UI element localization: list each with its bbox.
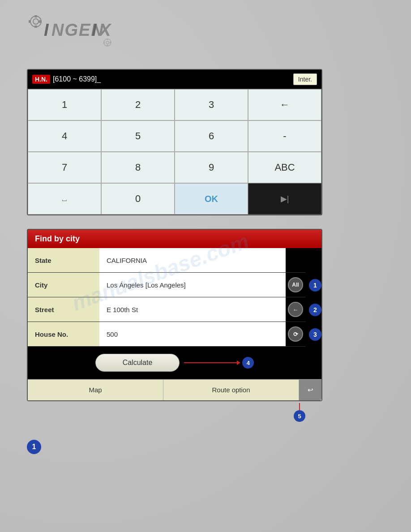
key-backspace[interactable]: ←	[248, 89, 321, 120]
street-row: Street E 100th St ←	[28, 297, 305, 322]
svg-text:I: I	[92, 21, 98, 39]
svg-rect-12	[107, 39, 108, 40]
key-7[interactable]: 7	[28, 152, 101, 183]
house-refresh-button[interactable]: ⟳	[288, 326, 303, 342]
svg-rect-4	[29, 20, 31, 23]
street-action[interactable]: ←	[286, 302, 305, 317]
numpad-panel: H.N. [6100 ~ 6399]_ Inter. 1 2 3 ← 4 5 6…	[27, 69, 322, 215]
city-label: City	[28, 273, 99, 297]
state-row: State CALIFORNIA	[28, 248, 305, 273]
callout-3: 3	[309, 328, 321, 341]
find-rows: State CALIFORNIA City Los Ángeles [Los A…	[28, 248, 321, 347]
logo-icon: I NGEN I X	[27, 13, 116, 49]
calculate-button[interactable]: Calculate	[95, 354, 180, 372]
city-row: City Los Ángeles [Los Angeles] All	[28, 273, 305, 297]
svg-rect-13	[107, 45, 108, 46]
key-play[interactable]: ▶|	[248, 183, 321, 215]
svg-rect-3	[34, 26, 37, 28]
house-row-outer: House No. 500 ⟳ 3	[28, 322, 321, 347]
state-row-outer: State CALIFORNIA	[28, 248, 321, 273]
nav-route-option[interactable]: Route option	[163, 380, 299, 400]
inter-button[interactable]: Inter.	[293, 73, 317, 85]
svg-rect-2	[34, 15, 37, 17]
svg-rect-15	[110, 42, 111, 43]
house-action[interactable]: ⟳	[286, 326, 305, 342]
svg-point-1	[33, 19, 39, 24]
callout-4: 4	[242, 357, 254, 369]
city-row-outer: City Los Ángeles [Los Angeles] All 1	[28, 273, 321, 297]
find-panel: Find by city State CALIFORNIA City Los Á…	[27, 229, 322, 401]
svg-text:I: I	[44, 21, 50, 39]
house-label: House No.	[28, 322, 99, 346]
house-value[interactable]: 500	[99, 322, 286, 346]
calculate-arrow	[184, 362, 238, 363]
key-2[interactable]: 2	[101, 89, 175, 120]
hn-value: [6100 ~ 6399]_	[53, 75, 291, 83]
key-ok[interactable]: OK	[175, 183, 248, 215]
state-label: State	[28, 248, 99, 272]
nav-map[interactable]: Map	[28, 380, 163, 400]
callout-5: 5	[294, 410, 305, 422]
key-9[interactable]: 9	[175, 152, 248, 183]
calculate-area: Calculate 4	[28, 347, 321, 379]
key-dash[interactable]: -	[248, 120, 321, 152]
key-4[interactable]: 4	[28, 120, 101, 152]
street-value[interactable]: E 100th St	[99, 297, 286, 322]
key-8[interactable]: 8	[101, 152, 175, 183]
city-all-button[interactable]: All	[288, 277, 303, 292]
svg-point-11	[106, 41, 109, 44]
key-3[interactable]: 3	[175, 89, 248, 120]
nav-back-button[interactable]: ↩	[299, 380, 321, 400]
key-space[interactable]: ⎵	[28, 183, 101, 215]
key-0[interactable]: 0	[101, 183, 175, 215]
key-5[interactable]: 5	[101, 120, 175, 152]
calc-wrapper: Calculate 4	[95, 354, 254, 372]
numpad-header: H.N. [6100 ~ 6399]_ Inter.	[28, 70, 321, 89]
house-row: House No. 500 ⟳	[28, 322, 305, 347]
key-6[interactable]: 6	[175, 120, 248, 152]
state-value[interactable]: CALIFORNIA	[99, 248, 286, 272]
numpad-grid: 1 2 3 ← 4 5 6 - 7 8 9 ABC ⎵ 0 OK ▶|	[28, 89, 321, 215]
bottom-area: 1	[27, 440, 384, 454]
svg-rect-5	[39, 20, 41, 23]
key-1[interactable]: 1	[28, 89, 101, 120]
street-back-button[interactable]: ←	[288, 302, 303, 317]
svg-text:X: X	[98, 21, 112, 39]
street-row-outer: Street E 100th St ← 2	[28, 297, 321, 322]
key-abc[interactable]: ABC	[248, 152, 321, 183]
callout-2: 2	[309, 304, 321, 316]
svg-rect-14	[103, 42, 105, 43]
find-panel-title: Find by city	[28, 230, 321, 248]
city-value[interactable]: Los Ángeles [Los Angeles]	[99, 273, 286, 297]
callout5-wrapper: 5	[215, 403, 384, 422]
hn-badge: H.N.	[32, 75, 50, 84]
bottom-callout-1: 1	[27, 440, 41, 454]
callout-1: 1	[309, 279, 321, 292]
city-action[interactable]: All	[286, 277, 305, 292]
callout5-line	[299, 403, 300, 410]
bottom-nav: Map Route option ↩	[28, 379, 321, 400]
street-label: Street	[28, 297, 99, 322]
logo-area: I NGEN I X	[27, 9, 384, 51]
